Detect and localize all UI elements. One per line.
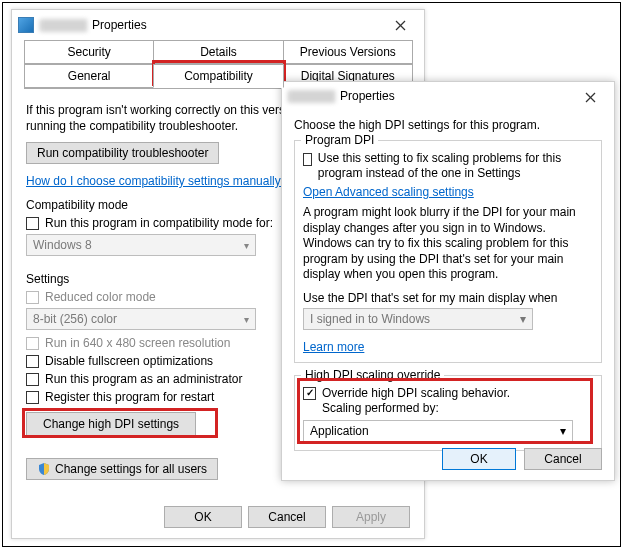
redacted-appname — [40, 19, 88, 32]
dialog-title: Properties — [92, 18, 147, 32]
reduced-color-label: Reduced color mode — [45, 290, 156, 304]
manual-settings-link[interactable]: How do I choose compatibility settings m… — [26, 174, 287, 188]
override-dpi-label: Override high DPI scaling behavior. Scal… — [322, 386, 510, 416]
dpi-override-legend: High DPI scaling override — [301, 368, 444, 382]
tab-previous-versions[interactable]: Previous Versions — [283, 40, 413, 64]
dialog2-footer: OK Cancel — [442, 448, 602, 470]
use-dpi-value: I signed in to Windows — [310, 312, 430, 326]
ok-button[interactable]: OK — [442, 448, 516, 470]
tab-general[interactable]: General — [24, 64, 154, 88]
run-640x480-label: Run in 640 x 480 screen resolution — [45, 336, 230, 350]
cancel-button[interactable]: Cancel — [524, 448, 602, 470]
use-setting-label: Use this setting to fix scaling problems… — [318, 151, 593, 181]
app-icon — [18, 17, 34, 33]
apply-button[interactable]: Apply — [332, 506, 410, 528]
use-dpi-when-label: Use the DPI that's set for my main displ… — [303, 291, 593, 305]
learn-more-link[interactable]: Learn more — [303, 340, 364, 354]
disable-fullscreen-checkbox[interactable] — [26, 355, 39, 368]
cancel-button[interactable]: Cancel — [248, 506, 326, 528]
register-restart-label: Register this program for restart — [45, 390, 214, 404]
titlebar: Properties — [12, 10, 424, 40]
compat-mode-value: Windows 8 — [33, 238, 92, 252]
close-icon[interactable] — [572, 86, 608, 108]
program-dpi-legend: Program DPI — [301, 133, 378, 147]
reduced-color-checkbox[interactable] — [26, 291, 39, 304]
chevron-down-icon: ▾ — [244, 314, 249, 325]
shield-icon — [37, 462, 51, 476]
override-scaling-dropdown[interactable]: Application ▾ — [303, 420, 573, 442]
dpi-intro: Choose the high DPI settings for this pr… — [294, 118, 602, 132]
override-scaling-value: Application — [310, 424, 369, 438]
tab-details[interactable]: Details — [153, 40, 283, 64]
compat-mode-checkbox[interactable] — [26, 217, 39, 230]
program-dpi-group: Program DPI Use this setting to fix scal… — [294, 140, 602, 363]
dialog2-title: Properties — [340, 89, 395, 103]
run-troubleshooter-button[interactable]: Run compatibility troubleshooter — [26, 142, 219, 164]
redacted-appname — [288, 90, 336, 103]
titlebar: Properties — [282, 82, 614, 110]
run-admin-label: Run this program as an administrator — [45, 372, 242, 386]
open-advanced-scaling-link[interactable]: Open Advanced scaling settings — [303, 185, 474, 199]
run-admin-checkbox[interactable] — [26, 373, 39, 386]
close-icon[interactable] — [382, 14, 418, 36]
override-dpi-checkbox[interactable] — [303, 387, 316, 400]
use-dpi-dropdown[interactable]: I signed in to Windows ▾ — [303, 308, 533, 330]
ok-button[interactable]: OK — [164, 506, 242, 528]
dpi-override-group: High DPI scaling override Override high … — [294, 375, 602, 451]
run-640x480-checkbox[interactable] — [26, 337, 39, 350]
chevron-down-icon: ▾ — [244, 240, 249, 251]
register-restart-checkbox[interactable] — [26, 391, 39, 404]
reduced-color-dropdown[interactable]: 8-bit (256) color ▾ — [26, 308, 256, 330]
reduced-color-value: 8-bit (256) color — [33, 312, 117, 326]
outer-frame: Properties Security Details Previous Ver… — [2, 2, 621, 547]
change-all-users-label: Change settings for all users — [55, 462, 207, 476]
disable-fullscreen-label: Disable fullscreen optimizations — [45, 354, 213, 368]
tab-security[interactable]: Security — [24, 40, 154, 64]
tab-compatibility[interactable]: Compatibility — [153, 64, 283, 88]
high-dpi-dialog: Properties Choose the high DPI settings … — [281, 81, 615, 481]
change-all-users-button[interactable]: Change settings for all users — [26, 458, 218, 480]
change-high-dpi-button[interactable]: Change high DPI settings — [26, 412, 196, 436]
dpi-panel: Choose the high DPI settings for this pr… — [282, 110, 614, 461]
use-setting-checkbox[interactable] — [303, 153, 312, 166]
dialog1-footer: OK Cancel Apply — [164, 506, 410, 528]
compat-mode-dropdown[interactable]: Windows 8 ▾ — [26, 234, 256, 256]
blurry-explainer: A program might look blurry if the DPI f… — [303, 205, 593, 283]
chevron-down-icon: ▾ — [520, 312, 526, 326]
chevron-down-icon: ▾ — [560, 424, 566, 438]
compat-mode-chk-label: Run this program in compatibility mode f… — [45, 216, 273, 230]
